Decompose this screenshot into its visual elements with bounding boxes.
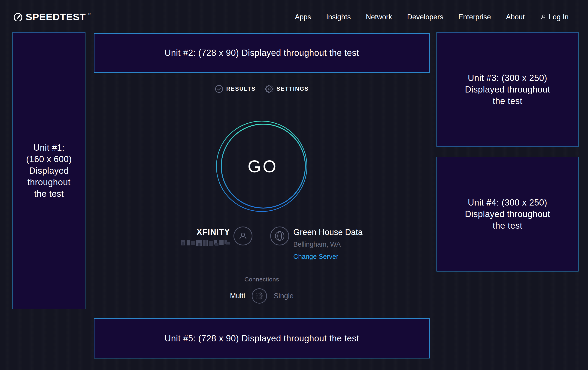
ad-unit-2-text: Unit #2: (728 x 90) Displayed throughout… bbox=[165, 47, 359, 59]
nav-item-apps[interactable]: Apps bbox=[295, 13, 311, 21]
tab-results[interactable]: RESULTS bbox=[215, 85, 256, 93]
logo-trademark: ® bbox=[88, 12, 91, 15]
server-info: Green House Data Bellingham, WA Change S… bbox=[293, 227, 363, 261]
login-button[interactable]: Log In bbox=[540, 13, 569, 21]
ad-unit-5[interactable]: Unit #5: (728 x 90) Displayed throughout… bbox=[94, 318, 430, 359]
logo-text: SPEEDTEST bbox=[26, 11, 86, 22]
isp-info: XFINITY bbox=[150, 227, 230, 248]
ad-unit-1[interactable]: Unit #1: (160 x 600) Displayed throughou… bbox=[12, 32, 85, 309]
ad-unit-4[interactable]: Unit #4: (300 x 250) Displayed throughou… bbox=[437, 157, 578, 271]
results-settings-tabs: RESULTS SETTINGS bbox=[94, 83, 430, 95]
server-location: Bellingham, WA bbox=[293, 240, 363, 249]
ad-unit-5-text: Unit #5: (728 x 90) Displayed throughout… bbox=[165, 333, 359, 344]
nav-item-enterprise[interactable]: Enterprise bbox=[458, 13, 491, 21]
ad-unit-3[interactable]: Unit #3: (300 x 250) Displayed throughou… bbox=[437, 32, 578, 147]
ad-unit-2[interactable]: Unit #2: (728 x 90) Displayed throughout… bbox=[94, 33, 430, 73]
isp-avatar bbox=[233, 227, 252, 245]
server-name: Green House Data bbox=[293, 227, 363, 238]
check-circle-icon bbox=[215, 85, 223, 93]
speedtest-logo[interactable]: SPEEDTEST ® bbox=[13, 11, 91, 23]
connections-toggle-button[interactable] bbox=[252, 288, 267, 304]
nav-item-insights[interactable]: Insights bbox=[326, 13, 351, 21]
redacted-ip bbox=[181, 239, 230, 247]
connections-title: Connections bbox=[94, 276, 430, 283]
globe-icon bbox=[274, 231, 285, 241]
tab-settings-label: SETTINGS bbox=[276, 86, 309, 92]
go-button-label: GO bbox=[215, 120, 308, 212]
ad-unit-4-text: Unit #4: (300 x 250) Displayed throughou… bbox=[465, 197, 550, 231]
gear-icon bbox=[265, 85, 273, 93]
server-avatar bbox=[270, 227, 289, 245]
isp-name: XFINITY bbox=[150, 227, 230, 237]
gauge-icon bbox=[13, 12, 23, 23]
person-icon bbox=[238, 231, 248, 241]
change-server-link[interactable]: Change Server bbox=[293, 252, 338, 261]
speedtest-page: SPEEDTEST ® Apps Insights Network Develo… bbox=[0, 0, 588, 370]
top-nav-bar: SPEEDTEST ® Apps Insights Network Develo… bbox=[0, 0, 588, 34]
login-label: Log In bbox=[549, 13, 569, 21]
tab-settings[interactable]: SETTINGS bbox=[265, 85, 309, 93]
connections-multi-option[interactable]: Multi bbox=[230, 292, 245, 300]
nav-item-developers[interactable]: Developers bbox=[407, 13, 443, 21]
multi-connection-arrows-icon bbox=[254, 291, 265, 301]
go-button[interactable]: GO bbox=[215, 120, 308, 212]
nav-item-network[interactable]: Network bbox=[366, 13, 392, 21]
connections-toggle-row: Multi Single bbox=[94, 288, 430, 304]
nav-links: Apps Insights Network Developers Enterpr… bbox=[295, 13, 569, 21]
tab-results-label: RESULTS bbox=[226, 86, 256, 92]
nav-item-about[interactable]: About bbox=[506, 13, 525, 21]
ad-unit-1-text: Unit #1: (160 x 600) Displayed throughou… bbox=[26, 142, 72, 200]
person-icon bbox=[540, 14, 547, 20]
connections-single-option[interactable]: Single bbox=[274, 292, 294, 300]
ad-unit-3-text: Unit #3: (300 x 250) Displayed throughou… bbox=[465, 72, 550, 107]
